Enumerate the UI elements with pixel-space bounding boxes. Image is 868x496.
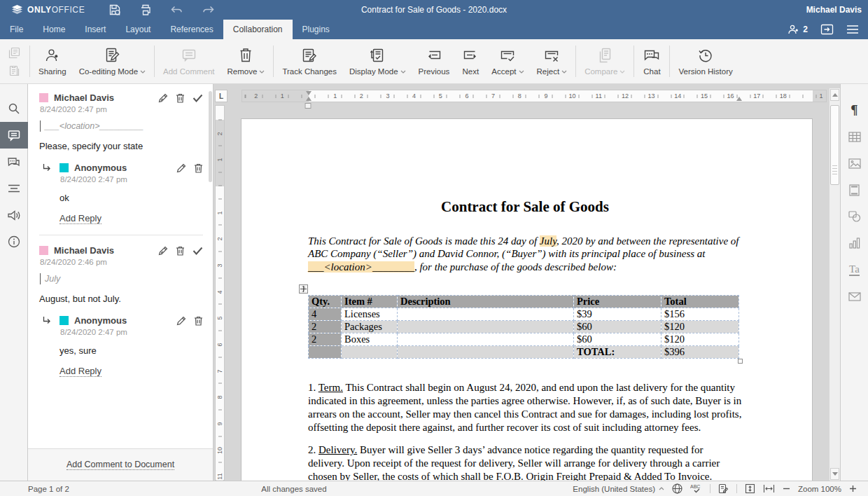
undo-icon[interactable]: [170, 5, 183, 15]
scrollbar-thumb[interactable]: [830, 105, 839, 185]
shape-icon: [848, 211, 861, 222]
delete-reply-icon[interactable]: [194, 163, 203, 173]
shape-settings-button[interactable]: [841, 203, 868, 230]
set-language-globe-icon[interactable]: [672, 483, 682, 494]
resolve-comment-icon[interactable]: [192, 94, 203, 102]
track-changes-toggle-icon[interactable]: [718, 483, 729, 494]
add-reply-link[interactable]: Add Reply: [59, 213, 102, 224]
chart-settings-button[interactable]: [841, 230, 868, 256]
coediting-mode-icon: [104, 46, 120, 64]
tab-collaboration[interactable]: Collaboration: [223, 20, 293, 39]
fit-to-width-icon[interactable]: [763, 484, 775, 493]
language-selector[interactable]: English (United States): [573, 485, 664, 493]
mail-merge-settings-button[interactable]: [841, 283, 868, 310]
hamburger-menu-icon[interactable]: [846, 25, 859, 34]
reject-change-button[interactable]: Reject: [531, 44, 574, 77]
left-indent-marker[interactable]: [306, 97, 312, 101]
tab-plugins[interactable]: Plugins: [293, 20, 340, 39]
comment-time: 8/24/2020 2:47 pm: [40, 105, 203, 113]
highlighted-text-location: ___<location>________: [308, 261, 414, 273]
track-changes-button[interactable]: Track Changes: [276, 44, 343, 77]
navigation-panel-button[interactable]: [0, 175, 28, 202]
document-page[interactable]: Contract for Sale of Goods This Contract…: [241, 119, 812, 481]
reply-arrow-icon: [42, 316, 51, 325]
search-button[interactable]: [0, 95, 28, 122]
edit-comment-icon[interactable]: [158, 246, 168, 256]
comment-author: Michael Davis: [54, 245, 153, 256]
paste-icon[interactable]: [8, 64, 20, 76]
add-comment-to-document-link[interactable]: Add Comment to Document: [66, 460, 174, 470]
text-art-settings-button[interactable]: Ta: [841, 256, 868, 283]
resolve-comment-icon[interactable]: [192, 247, 203, 255]
version-history-button[interactable]: Version History: [672, 44, 738, 77]
delete-reply-icon[interactable]: [194, 316, 203, 326]
zoom-level-label[interactable]: Zoom 100%: [798, 485, 841, 493]
document-heading: Contract for Sale of Goods: [308, 198, 742, 216]
logo-text: ONLYOFFICE: [27, 5, 85, 15]
reply-arrow-icon: [42, 163, 51, 172]
compare-button[interactable]: Compare: [578, 44, 631, 77]
first-line-indent-marker[interactable]: [306, 91, 312, 95]
scroll-down-button[interactable]: [830, 468, 839, 480]
version-history-icon: [697, 46, 714, 64]
zoom-out-button[interactable]: [783, 485, 790, 492]
tab-file[interactable]: File: [0, 20, 33, 39]
copy-icon[interactable]: [8, 47, 20, 59]
coediting-mode-button[interactable]: Co-editing Mode: [73, 44, 152, 77]
remove-comment-button[interactable]: Remove: [221, 44, 272, 77]
delete-comment-icon[interactable]: [176, 93, 185, 103]
edit-comment-icon[interactable]: [158, 93, 168, 103]
comments-scrollbar-thumb[interactable]: [209, 91, 212, 182]
onlyoffice-logo: ONLYOFFICE: [0, 5, 85, 15]
tab-insert[interactable]: Insert: [75, 20, 115, 39]
about-button[interactable]: [0, 228, 28, 255]
feedback-button[interactable]: [0, 202, 28, 228]
horizontal-ruler[interactable]: 211234567891011121314151617181: [241, 90, 827, 102]
chat-panel-button[interactable]: [0, 149, 28, 175]
table-settings-button[interactable]: [841, 123, 868, 150]
statusbar: Page 1 of 2 All changes saved English (U…: [0, 481, 868, 496]
edit-reply-icon[interactable]: [176, 316, 186, 326]
reply-time: 8/24/2020 2:47 pm: [60, 328, 203, 336]
display-mode-button[interactable]: Display Mode: [343, 44, 412, 77]
add-reply-link[interactable]: Add Reply: [59, 366, 102, 377]
avatar: [59, 316, 69, 325]
accept-change-button[interactable]: Accept: [485, 44, 530, 77]
edit-reply-icon[interactable]: [176, 163, 186, 173]
previous-change-button[interactable]: Previous: [412, 44, 456, 77]
save-icon[interactable]: [108, 4, 121, 16]
paragraph-settings-button[interactable]: ¶: [841, 97, 868, 123]
add-comment-button[interactable]: Add Comment: [157, 44, 221, 77]
header-footer-settings-button[interactable]: [841, 177, 868, 203]
scroll-up-button[interactable]: [830, 89, 839, 101]
page-count-label[interactable]: Page 1 of 2: [0, 485, 69, 493]
info-icon: [8, 235, 20, 248]
tab-layout[interactable]: Layout: [115, 20, 160, 39]
vertical-ruler[interactable]: 211234567891011: [215, 105, 225, 481]
right-indent-marker[interactable]: [736, 97, 742, 101]
chevron-down-icon: [519, 70, 524, 74]
sharing-button[interactable]: Sharing: [32, 44, 73, 77]
print-icon[interactable]: [139, 4, 152, 16]
goods-table: Qty. Item # Description Price Total 4 Li…: [308, 295, 739, 359]
spell-check-icon[interactable]: ABC: [690, 483, 702, 494]
collaborators-button[interactable]: 2: [788, 25, 808, 34]
reply-text: yes, sure: [59, 345, 203, 356]
comments-panel-button[interactable]: [0, 122, 28, 149]
open-file-location-icon[interactable]: [820, 24, 834, 35]
fit-to-page-icon[interactable]: [745, 483, 755, 494]
redo-icon[interactable]: [202, 5, 215, 15]
image-settings-button[interactable]: [841, 150, 868, 177]
document-scrollbar[interactable]: [829, 88, 840, 481]
chat-button[interactable]: Chat: [636, 44, 667, 77]
tab-stop-selector[interactable]: L: [215, 90, 227, 102]
next-change-button[interactable]: Next: [456, 44, 485, 77]
table-resize-handle[interactable]: [738, 359, 743, 364]
table-move-handle-icon[interactable]: [299, 284, 308, 294]
zoom-in-button[interactable]: [849, 485, 857, 492]
chart-icon: [849, 237, 860, 249]
hanging-indent-box[interactable]: [305, 103, 312, 109]
tab-references[interactable]: References: [160, 20, 223, 39]
delete-comment-icon[interactable]: [176, 246, 185, 256]
tab-home[interactable]: Home: [33, 20, 75, 39]
